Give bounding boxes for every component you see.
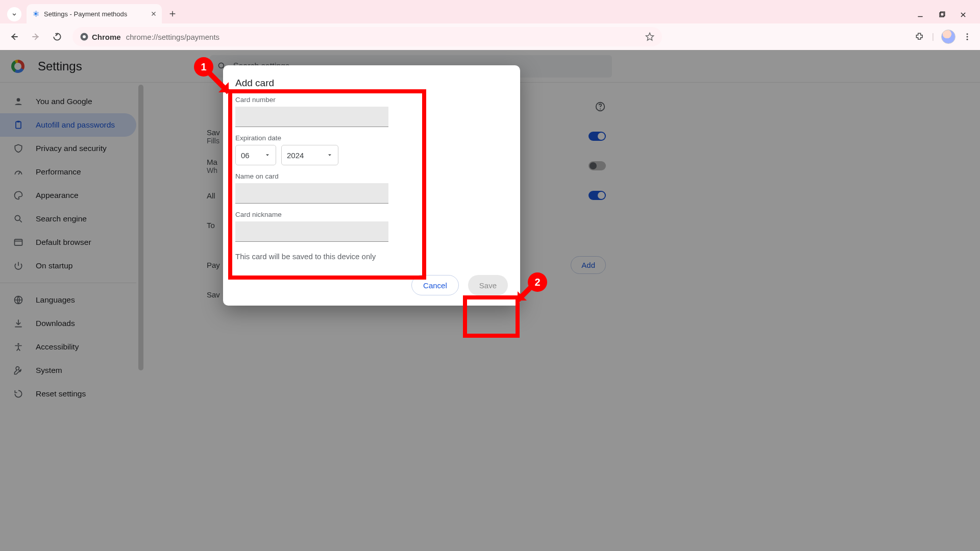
gear-icon	[32, 10, 40, 18]
bookmark-button[interactable]	[645, 32, 655, 42]
puzzle-icon	[915, 32, 925, 42]
tab-strip: Settings - Payment methods	[0, 0, 980, 23]
settings-app: Settings Search settings You and Google …	[0, 50, 980, 551]
expiration-year-select[interactable]: 2024	[281, 145, 338, 165]
select-value: 2024	[287, 151, 304, 160]
dialog-note: This card will be saved to this device o…	[235, 252, 508, 261]
close-icon	[960, 11, 967, 18]
extensions-button[interactable]	[915, 32, 925, 42]
omnibox[interactable]: Chrome chrome://settings/payments	[72, 27, 662, 46]
select-value: 06	[241, 151, 250, 160]
profile-avatar-button[interactable]	[941, 30, 955, 44]
site-identity-chip[interactable]: Chrome	[80, 32, 121, 41]
kebab-icon	[963, 32, 972, 41]
save-button[interactable]: Save	[468, 275, 508, 295]
minimize-icon	[917, 11, 924, 18]
browser-tab-active[interactable]: Settings - Payment methods	[27, 4, 162, 23]
plus-icon	[168, 10, 177, 18]
cancel-button-label: Cancel	[423, 281, 447, 290]
name-on-card-input[interactable]	[235, 183, 388, 204]
browser-menu-button[interactable]	[963, 32, 972, 41]
cancel-button[interactable]: Cancel	[411, 275, 459, 295]
new-tab-button[interactable]	[165, 6, 180, 21]
window-close-button[interactable]	[960, 11, 967, 18]
dialog-title: Add card	[235, 78, 508, 89]
card-nickname-label: Card nickname	[235, 211, 508, 218]
window-minimize-button[interactable]	[917, 11, 924, 18]
tab-title: Settings - Payment methods	[44, 10, 127, 18]
window-maximize-button[interactable]	[938, 11, 945, 18]
maximize-icon	[938, 11, 945, 18]
window-controls	[917, 11, 976, 23]
nav-forward-button[interactable]	[27, 28, 45, 46]
chrome-icon	[80, 32, 89, 41]
omnibox-url: chrome://settings/payments	[126, 33, 219, 41]
arrow-left-icon	[9, 32, 19, 42]
caret-down-icon	[264, 152, 271, 158]
browser-toolbar: Chrome chrome://settings/payments |	[0, 23, 980, 50]
svg-point-6	[967, 36, 968, 38]
svg-point-7	[967, 39, 968, 40]
reload-icon	[52, 32, 62, 42]
save-button-label: Save	[479, 281, 497, 290]
tab-search-button[interactable]	[7, 7, 21, 21]
site-identity-label: Chrome	[92, 33, 121, 41]
svg-point-4	[83, 35, 86, 38]
chevron-down-icon	[11, 11, 18, 18]
caret-down-icon	[327, 152, 333, 158]
star-icon	[645, 32, 655, 42]
name-on-card-label: Name on card	[235, 172, 508, 180]
add-card-dialog: Add card Card number Expiration date 06 …	[223, 65, 520, 306]
close-icon	[151, 11, 157, 17]
card-nickname-input[interactable]	[235, 221, 388, 242]
svg-point-5	[967, 33, 968, 35]
expiration-date-label: Expiration date	[235, 134, 508, 142]
nav-back-button[interactable]	[5, 28, 23, 46]
expiration-month-select[interactable]: 06	[235, 145, 276, 165]
nav-reload-button[interactable]	[48, 28, 66, 46]
card-number-label: Card number	[235, 96, 508, 104]
tab-close-button[interactable]	[151, 11, 157, 17]
card-number-input[interactable]	[235, 107, 388, 127]
arrow-right-icon	[31, 32, 41, 42]
